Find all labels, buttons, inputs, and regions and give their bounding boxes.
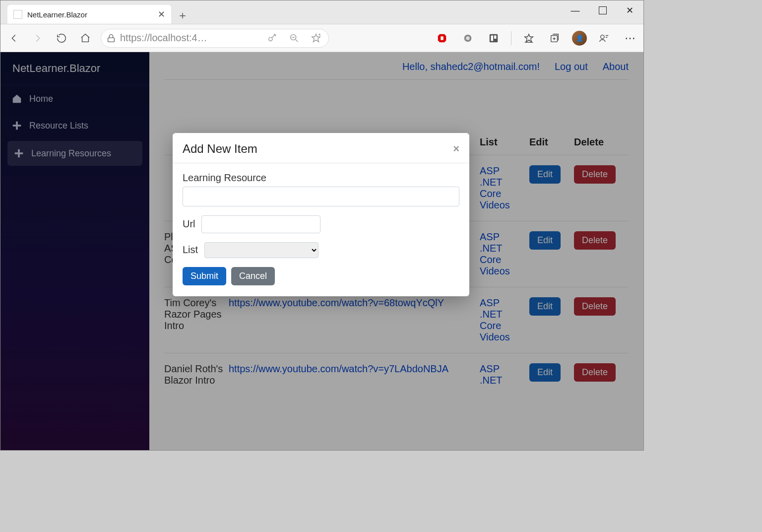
add-favorite-icon[interactable] — [308, 30, 324, 47]
svg-rect-7 — [441, 36, 444, 40]
refresh-button[interactable] — [53, 30, 70, 47]
browser-titlebar: NetLearner.Blazor ✕ ＋ — ✕ — [0, 0, 643, 24]
modal-overlay[interactable]: Add New Item × Learning Resource Url Lis… — [0, 52, 643, 450]
input-url[interactable] — [201, 215, 320, 233]
more-menu-icon[interactable]: ⋯ — [622, 30, 638, 47]
browser-tab[interactable]: NetLearner.Blazor ✕ — [7, 5, 171, 24]
forward-button[interactable] — [29, 30, 46, 47]
zoom-out-icon[interactable] — [286, 30, 303, 47]
label-url: Url — [183, 218, 195, 230]
svg-rect-11 — [491, 35, 494, 41]
label-list: List — [183, 244, 198, 256]
home-button[interactable] — [77, 30, 94, 47]
search-key-icon[interactable] — [264, 30, 281, 47]
input-learning-resource[interactable] — [183, 187, 459, 206]
favorites-icon[interactable] — [520, 30, 537, 47]
collections-icon[interactable] — [546, 30, 563, 47]
modal-close-icon[interactable]: × — [453, 142, 459, 155]
cancel-button[interactable]: Cancel — [231, 267, 275, 285]
feedback-icon[interactable] — [596, 30, 613, 47]
extension-circle-icon[interactable] — [459, 30, 476, 47]
svg-rect-10 — [490, 34, 498, 42]
svg-rect-12 — [494, 35, 497, 38]
profile-avatar[interactable]: 👤 — [572, 31, 587, 46]
browser-toolbar: https://localhost:4… — [0, 24, 643, 52]
svg-rect-0 — [108, 38, 115, 42]
back-button[interactable] — [5, 30, 22, 47]
select-list[interactable] — [204, 242, 318, 258]
tab-favicon — [13, 10, 22, 19]
add-item-modal: Add New Item × Learning Resource Url Lis… — [173, 133, 469, 296]
trello-icon[interactable] — [485, 30, 502, 47]
svg-point-17 — [601, 35, 604, 38]
window-maximize-icon[interactable] — [589, 0, 616, 20]
svg-point-1 — [269, 37, 272, 41]
label-learning-resource: Learning Resource — [183, 172, 459, 184]
svg-point-9 — [466, 36, 469, 40]
url-text: https://localhost:4… — [120, 32, 261, 44]
window-minimize-icon[interactable]: — — [562, 0, 589, 20]
address-bar[interactable]: https://localhost:4… — [101, 29, 329, 48]
window-close-icon[interactable]: ✕ — [616, 0, 643, 20]
tab-close-icon[interactable]: ✕ — [158, 9, 165, 20]
modal-title: Add New Item — [183, 142, 257, 156]
svg-line-3 — [296, 39, 298, 42]
tab-title: NetLearner.Blazor — [27, 10, 87, 19]
submit-button[interactable]: Submit — [183, 267, 226, 285]
lock-icon — [105, 30, 117, 47]
adblock-icon[interactable] — [434, 30, 450, 47]
new-tab-button[interactable]: ＋ — [174, 7, 191, 24]
